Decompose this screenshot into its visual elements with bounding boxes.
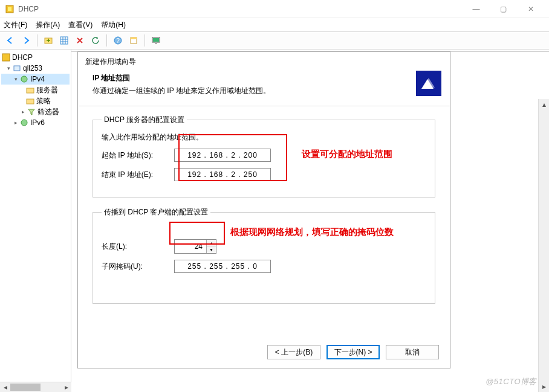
- tree-label: IPv4: [30, 75, 45, 83]
- server-icon: [12, 63, 22, 73]
- app-icon: [5, 4, 15, 14]
- end-ip-input[interactable]: 192 . 168 . 2 . 250: [174, 168, 271, 181]
- menu-action[interactable]: 操作(A): [36, 20, 60, 30]
- back-button[interactable]: < 上一步(B): [267, 345, 320, 359]
- dialog-body: DHCP 服务器的配置设置 输入此作用域分配的地址范围。 起始 IP 地址(S)…: [78, 106, 450, 322]
- dialog-subheader: IP 地址范围 你通过确定一组连续的 IP 地址来定义作用域地址范围。: [78, 67, 450, 101]
- client-config-group: 传播到 DHCP 客户端的配置设置 长度(L): 24 ▲ ▼ 子网掩码(U):…: [93, 207, 435, 304]
- horizontal-scrollbar[interactable]: ◂ ▸: [0, 382, 71, 392]
- tree-filters[interactable]: ▸ 筛选器: [1, 106, 70, 117]
- dialog-button-row: < 上一步(B) 下一步(N) > 取消: [267, 345, 439, 359]
- toolbar-refresh-icon[interactable]: [89, 34, 102, 47]
- svg-rect-12: [14, 66, 20, 71]
- twisty-icon[interactable]: ▾: [5, 65, 12, 71]
- new-scope-wizard-dialog: 新建作用域向导 IP 地址范围 你通过确定一组连续的 IP 地址来定义作用域地址…: [77, 51, 450, 368]
- annotation-text: 设置可分配的地址范围: [302, 149, 392, 160]
- start-ip-input[interactable]: 192 . 168 . 2 . 200: [174, 149, 271, 162]
- svg-rect-9: [155, 43, 157, 43]
- menu-file[interactable]: 文件(F): [4, 20, 27, 30]
- tree-ipv6[interactable]: ▸ IPv6: [1, 117, 70, 128]
- toolbar: ?: [0, 31, 549, 50]
- end-ip-row: 结束 IP 地址(E): 192 . 168 . 2 . 250: [102, 168, 426, 181]
- toolbar-separator: [145, 34, 145, 47]
- toolbar-properties-icon[interactable]: [127, 34, 140, 47]
- tree-root-dhcp[interactable]: DHCP: [1, 52, 70, 63]
- dhcp-icon: [1, 53, 11, 62]
- toolbar-add-icon[interactable]: [42, 34, 55, 47]
- tree-policies[interactable]: 策略: [1, 95, 70, 106]
- tree-label: 服务器: [36, 85, 58, 95]
- scroll-track: [41, 382, 61, 392]
- scroll-thumb[interactable]: [10, 384, 41, 391]
- scroll-left-icon[interactable]: ◂: [0, 382, 10, 392]
- twisty-icon[interactable]: ▸: [12, 120, 19, 126]
- scroll-down-icon[interactable]: ▸: [539, 381, 549, 392]
- menu-bar: 文件(F) 操作(A) 查看(V) 帮助(H): [0, 18, 549, 31]
- scroll-up-icon[interactable]: ▴: [539, 99, 549, 110]
- svg-rect-1: [8, 7, 11, 11]
- section-description: 你通过确定一组连续的 IP 地址来定义作用域地址范围。: [93, 86, 411, 96]
- section-title: IP 地址范围: [93, 73, 411, 83]
- ipv4-icon: [19, 74, 29, 84]
- vertical-scrollbar[interactable]: ▴ ▸: [538, 99, 549, 392]
- forward-button[interactable]: [19, 34, 33, 47]
- subnet-mask-input[interactable]: 255 . 255 . 255 . 0: [174, 260, 271, 273]
- svg-rect-15: [27, 99, 34, 104]
- next-button[interactable]: 下一步(N) >: [326, 345, 380, 359]
- folder-icon: [25, 96, 35, 106]
- subheader-text: IP 地址范围 你通过确定一组连续的 IP 地址来定义作用域地址范围。: [93, 73, 411, 96]
- filter-icon: [27, 107, 36, 117]
- window-buttons: — ▢ ✕: [463, 1, 544, 18]
- toolbar-separator: [37, 34, 37, 47]
- svg-point-16: [21, 120, 27, 126]
- tree-label: DHCP: [12, 53, 33, 62]
- tree-label: qll253: [23, 64, 42, 72]
- wizard-banner-icon: [416, 71, 441, 96]
- toolbar-grid-icon[interactable]: [57, 34, 71, 47]
- spinner-up-icon[interactable]: ▲: [207, 240, 216, 246]
- group-legend: DHCP 服务器的配置设置: [102, 115, 187, 125]
- svg-point-13: [21, 76, 27, 82]
- ipv6-icon: [19, 118, 29, 127]
- back-button[interactable]: [4, 34, 17, 47]
- start-ip-label: 起始 IP 地址(S):: [102, 150, 174, 161]
- twisty-icon[interactable]: ▸: [19, 109, 27, 115]
- folder-icon: [25, 85, 35, 95]
- group-instruction: 输入此作用域分配的地址范围。: [102, 132, 426, 143]
- dialog-header: 新建作用域向导: [78, 52, 450, 67]
- spinner-down-icon[interactable]: ▼: [207, 246, 216, 253]
- length-spinner[interactable]: 24 ▲ ▼: [174, 239, 216, 254]
- toolbar-separator: [106, 34, 107, 47]
- annotation-text: 根据现网网络规划，填写正确的掩码位数: [230, 227, 394, 238]
- tree-label: 策略: [36, 96, 51, 106]
- spinner-arrows[interactable]: ▲ ▼: [206, 240, 216, 253]
- toolbar-help-icon[interactable]: ?: [111, 34, 125, 47]
- twisty-icon[interactable]: ▾: [12, 76, 19, 82]
- maximize-button[interactable]: ▢: [490, 1, 517, 18]
- window-title: DHCP: [18, 5, 463, 13]
- svg-rect-10: [153, 38, 159, 42]
- toolbar-monitor-icon[interactable]: [149, 34, 163, 47]
- group-legend: 传播到 DHCP 客户端的配置设置: [102, 207, 210, 217]
- tree-server-options[interactable]: 服务器: [1, 85, 70, 95]
- wizard-title: 新建作用域向导: [85, 57, 136, 66]
- scroll-right-icon[interactable]: ▸: [61, 382, 71, 392]
- menu-view[interactable]: 查看(V): [68, 20, 93, 30]
- cancel-button[interactable]: 取消: [386, 345, 439, 359]
- tree-label: 筛选器: [37, 107, 59, 117]
- svg-text:?: ?: [116, 37, 120, 44]
- minimize-button[interactable]: —: [463, 1, 490, 18]
- toolbar-delete-icon[interactable]: [73, 34, 86, 47]
- length-label: 长度(L):: [102, 242, 174, 252]
- tree-ipv4[interactable]: ▾ IPv4: [1, 74, 70, 85]
- tree-label: IPv6: [30, 118, 45, 127]
- length-row: 长度(L): 24 ▲ ▼: [102, 239, 426, 254]
- end-ip-label: 结束 IP 地址(E):: [102, 170, 174, 180]
- svg-rect-14: [27, 88, 34, 93]
- length-value: 24: [175, 242, 206, 251]
- titlebar: DHCP — ▢ ✕: [0, 0, 549, 18]
- address-range-section: DHCP 服务器的配置设置 输入此作用域分配的地址范围。 起始 IP 地址(S)…: [93, 115, 435, 198]
- tree-server[interactable]: ▾ qll253: [1, 63, 70, 74]
- menu-help[interactable]: 帮助(H): [101, 20, 126, 30]
- close-button[interactable]: ✕: [517, 1, 544, 18]
